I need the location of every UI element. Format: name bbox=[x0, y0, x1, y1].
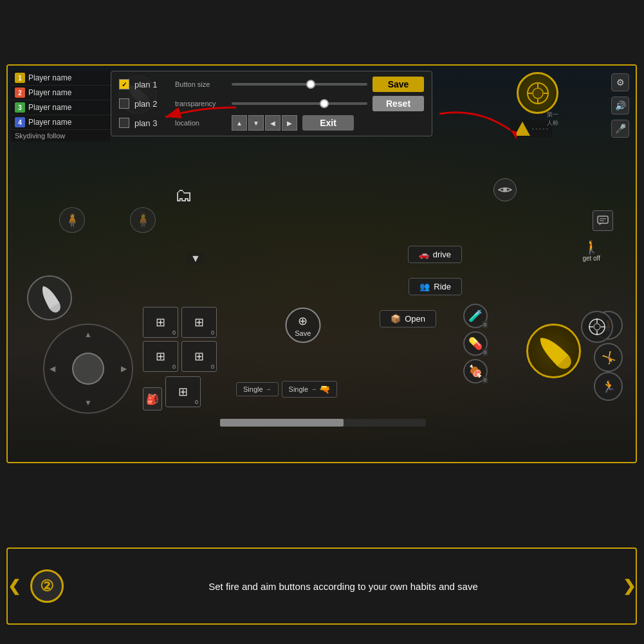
ride-button[interactable]: 👥 Ride bbox=[409, 278, 462, 295]
health-count-1: 0 bbox=[483, 321, 488, 328]
health-icon-1[interactable]: 🧪 0 bbox=[463, 304, 488, 328]
plan-3-label: plan 3 bbox=[134, 118, 170, 128]
med-box-3[interactable]: ⊞ 0 bbox=[143, 341, 178, 372]
player-item-1[interactable]: 1 Player name bbox=[11, 71, 111, 86]
save-center-button[interactable]: ⊕ Save bbox=[285, 308, 320, 343]
ammo-bar bbox=[220, 419, 426, 427]
stance-2[interactable]: 🤸 bbox=[594, 343, 623, 372]
exit-button[interactable]: Exit bbox=[302, 115, 354, 131]
bottom-arrow-right-icon: ❯ bbox=[623, 577, 636, 595]
aim-circle[interactable] bbox=[517, 72, 558, 114]
location-label: location bbox=[175, 119, 226, 127]
health-icon-3[interactable]: 🍖 0 bbox=[463, 359, 488, 383]
plan-1-checkbox[interactable] bbox=[119, 79, 129, 89]
button-size-slider[interactable] bbox=[232, 83, 367, 86]
warning-text: - - - - - bbox=[532, 125, 548, 132]
left-bullet-circle[interactable] bbox=[27, 275, 72, 320]
joystick-area[interactable]: ▲ ▼ ◀ ▶ bbox=[43, 324, 133, 414]
med-box-2[interactable]: ⊞ 0 bbox=[181, 307, 217, 338]
gear-button[interactable]: ⚙ bbox=[611, 73, 629, 91]
transparency-label: transparency bbox=[175, 100, 226, 107]
mic-button[interactable]: 🎤 bbox=[611, 120, 629, 138]
fire-button[interactable] bbox=[526, 324, 581, 378]
joystick-center[interactable] bbox=[72, 353, 104, 385]
med-box-4[interactable]: ⊞ 0 bbox=[181, 341, 217, 372]
crouch-button[interactable]: 🏃 bbox=[594, 372, 623, 401]
transparency-slider[interactable] bbox=[232, 102, 367, 105]
health-icon-2[interactable]: 💊 0 bbox=[463, 331, 488, 356]
sky-figure-1[interactable]: 🧍 bbox=[59, 207, 85, 233]
dir-right[interactable]: ▶ bbox=[282, 115, 297, 131]
single-arrow-2: → bbox=[311, 386, 317, 392]
single-fire-btn-1[interactable]: Single → bbox=[236, 382, 279, 396]
bottom-panel: ❮ ② Set fire and aim buttons according t… bbox=[6, 547, 637, 625]
dir-up[interactable]: ▲ bbox=[232, 115, 247, 131]
single-fire-label-1: Single bbox=[243, 385, 263, 393]
save-button[interactable]: Save bbox=[373, 77, 424, 92]
med-plus-icon-3: ⊞ bbox=[156, 349, 165, 363]
button-size-label: Button size bbox=[175, 80, 226, 88]
sky-figure-2[interactable]: 🧍 bbox=[130, 207, 156, 233]
player-item-2[interactable]: 2 Player name bbox=[11, 86, 111, 100]
med-box-1[interactable]: ⊞ 0 bbox=[143, 307, 178, 338]
plan-2-label: plan 2 bbox=[134, 99, 170, 109]
main-container: 1 Player name 2 Player name 3 Player nam… bbox=[0, 0, 644, 644]
warn-sign-icon bbox=[515, 122, 530, 136]
location-arrows: ▲ ▼ ◀ ▶ bbox=[232, 115, 297, 131]
dir-left[interactable]: ◀ bbox=[265, 115, 281, 131]
player-name-1: Player name bbox=[28, 73, 71, 82]
med-box-5[interactable]: ⊞ 0 bbox=[165, 376, 201, 407]
chat-icon bbox=[597, 216, 609, 226]
ride-label: Ride bbox=[434, 282, 451, 291]
chevron-down-button[interactable]: ▼ bbox=[187, 252, 205, 265]
player-badge-1: 1 bbox=[15, 73, 25, 83]
health-count-3: 0 bbox=[483, 376, 488, 383]
save-center-label: Save bbox=[295, 329, 311, 337]
med-count-4: 0 bbox=[211, 363, 214, 370]
eye-icon bbox=[498, 185, 512, 194]
chat-button[interactable] bbox=[593, 210, 613, 231]
aim-icon bbox=[526, 81, 550, 106]
drive-button[interactable]: 🚗 drive bbox=[408, 246, 462, 263]
action-icons-br: 🏃 bbox=[594, 372, 623, 401]
player-item-4[interactable]: 4 Player name bbox=[11, 115, 111, 130]
speaker-button[interactable]: 🔊 bbox=[611, 97, 629, 115]
player-list: 1 Player name 2 Player name 3 Player nam… bbox=[11, 71, 111, 142]
get-off-button[interactable]: 🚶 get off bbox=[582, 239, 600, 262]
stair-icon[interactable]: 🗂 bbox=[175, 185, 193, 206]
eye-button[interactable] bbox=[493, 178, 517, 201]
plan-2-checkbox[interactable] bbox=[119, 98, 129, 109]
player-badge-3: 3 bbox=[15, 102, 25, 113]
inventory-button[interactable]: 🎒 bbox=[143, 387, 162, 410]
player-item-3[interactable]: 3 Player name bbox=[11, 100, 111, 115]
reset-button[interactable]: Reset bbox=[373, 96, 424, 111]
med-plus-icon-1: ⊞ bbox=[156, 315, 165, 329]
settings-panel: plan 1 Button size Save plan 2 transpare… bbox=[111, 71, 432, 136]
open-button[interactable]: 📦 Open bbox=[380, 310, 436, 327]
svg-point-17 bbox=[594, 324, 600, 330]
plan-3-checkbox[interactable] bbox=[119, 118, 129, 128]
ride-icon: 👥 bbox=[419, 282, 430, 291]
plan-1-row: plan 1 Button size Save bbox=[119, 77, 424, 92]
player-name-3: Player name bbox=[28, 103, 71, 112]
sniper-aim-button[interactable] bbox=[581, 311, 613, 343]
med-count-1: 0 bbox=[172, 329, 176, 336]
med-plus-icon-2: ⊞ bbox=[194, 315, 204, 329]
plan-2-row: plan 2 transparency Reset bbox=[119, 96, 424, 111]
bottom-arrow-left-icon: ❮ bbox=[8, 577, 21, 595]
joy-left-arrow: ◀ bbox=[50, 364, 55, 373]
game-area: 1 Player name 2 Player name 3 Player nam… bbox=[6, 64, 637, 463]
skydiving-label: Skydiving follow bbox=[11, 130, 111, 142]
single-arrow-1: → bbox=[266, 386, 271, 392]
svg-rect-11 bbox=[598, 216, 608, 223]
mode-text: 第一人称 bbox=[547, 111, 558, 127]
warning-indicator: - - - - - bbox=[511, 120, 552, 137]
sniper-aim-icon bbox=[588, 318, 606, 336]
open-label: Open bbox=[405, 314, 425, 324]
bottom-logo: ② bbox=[30, 569, 64, 603]
bottom-logo-icon: ② bbox=[40, 577, 54, 595]
drive-icon: 🚗 bbox=[419, 250, 429, 259]
open-icon: 📦 bbox=[391, 314, 401, 324]
single-fire-btn-2[interactable]: Single → 🔫 bbox=[282, 381, 338, 398]
dir-down[interactable]: ▼ bbox=[248, 115, 264, 131]
